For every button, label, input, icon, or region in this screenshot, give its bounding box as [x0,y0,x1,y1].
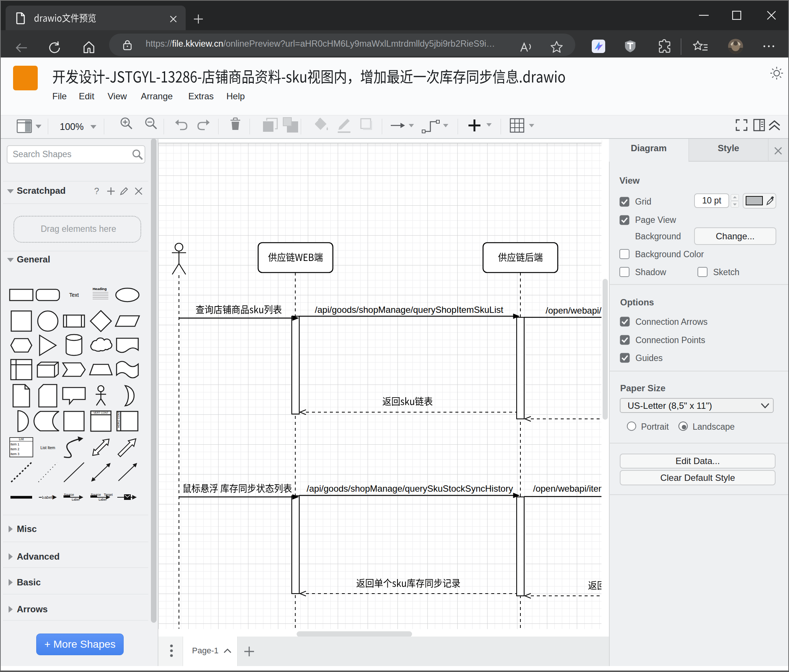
svg-text:Label: Label [72,498,80,502]
svg-text:/open/webapi/iten: /open/webapi/iten [533,484,602,494]
svg-text:Heading: Heading [93,287,107,291]
svg-text:VERT CONT: VERT CONT [93,411,109,414]
svg-text:List: List [19,437,24,441]
svg-text:Item 1: Item 1 [10,443,19,446]
svg-text:Label: Label [99,498,107,502]
svg-text:List Item: List Item [40,445,55,450]
svg-text:Item 2: Item 2 [10,447,19,451]
svg-text:Target: Target [104,493,113,497]
svg-text:/api/goods/shopManage/querySho: /api/goods/shopManage/queryShopItemSkuLi… [315,305,503,315]
svg-text:Item 3: Item 3 [10,452,19,456]
svg-text:Label: Label [42,495,52,500]
svg-text:HORIZ CONT: HORIZ CONT [117,411,120,428]
svg-text:/api/goods/shopManage/querySku: /api/goods/shopManage/querySkuStockSyncH… [307,484,513,494]
svg-text:/open/webapi/: /open/webapi/ [546,306,602,315]
svg-text:Text: Text [69,292,79,298]
